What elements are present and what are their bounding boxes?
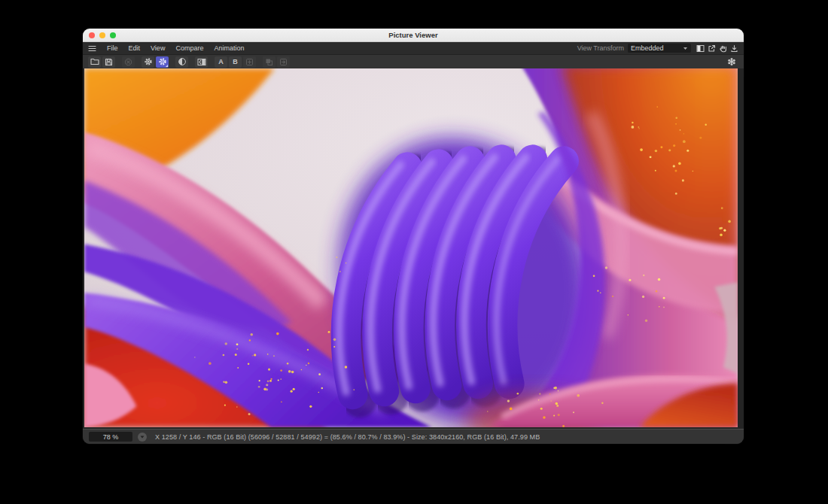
menu-edit[interactable]: Edit	[123, 44, 146, 52]
zoom-level-field[interactable]: 78 %	[89, 432, 132, 442]
compare-ab-image-button[interactable]	[195, 56, 208, 68]
render-settings-icon[interactable]	[725, 56, 738, 68]
save-image-button[interactable]	[102, 56, 115, 68]
picture-viewer-window: Picture Viewer File Edit View Compare An…	[83, 29, 744, 444]
new-window-icon[interactable]	[707, 44, 716, 53]
open-image-button[interactable]	[88, 56, 101, 68]
menubar-right-icons	[696, 44, 738, 53]
version-b-button[interactable]: B	[229, 56, 242, 68]
version-a-button[interactable]: A	[215, 56, 227, 68]
menu-view[interactable]: View	[145, 44, 170, 52]
hamburger-menu-icon[interactable]	[88, 45, 96, 52]
window-titlebar[interactable]: Picture Viewer	[83, 29, 744, 42]
menu-compare[interactable]: Compare	[170, 44, 209, 52]
desktop-background: Picture Viewer File Edit View Compare An…	[0, 0, 828, 504]
rendered-image[interactable]	[84, 68, 738, 427]
menu-animation[interactable]: Animation	[209, 44, 249, 52]
window-title: Picture Viewer	[83, 31, 744, 39]
view-transform-value: Embedded	[631, 44, 664, 52]
view-transform-dropdown[interactable]: Embedded	[628, 44, 691, 53]
stop-render-button	[122, 56, 135, 68]
contrast-button[interactable]	[175, 56, 188, 68]
view-transform-label: View Transform	[577, 44, 624, 52]
menu-file[interactable]: File	[102, 44, 123, 52]
image-settings-button[interactable]	[142, 56, 154, 68]
compare-link-button	[243, 56, 256, 68]
copy-image-button	[263, 56, 275, 68]
zoom-dropdown-button[interactable]	[138, 433, 147, 442]
split-view-icon[interactable]	[696, 44, 705, 53]
status-info: X 1258 / Y 146 - RGB (16 Bit) (56096 / 5…	[155, 433, 540, 441]
navigate-forward-button	[277, 56, 290, 68]
status-bar: 78 % X 1258 / Y 146 - RGB (16 Bit) (5609…	[83, 429, 744, 444]
pan-hand-icon[interactable]	[718, 44, 727, 53]
chevron-down-icon	[683, 47, 688, 50]
image-canvas-area	[83, 68, 744, 429]
menu-bar: File Edit View Compare Animation View Tr…	[83, 42, 744, 55]
chevron-down-icon	[140, 436, 145, 439]
toolbar: A B	[83, 55, 744, 68]
dock-icon[interactable]	[729, 44, 738, 53]
display-filter-settings-button[interactable]	[156, 56, 169, 68]
